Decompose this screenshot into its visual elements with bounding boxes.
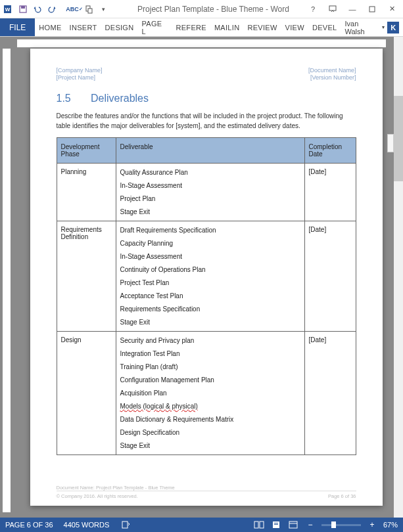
cell-deliverable: Security and Privacy planIntegration Tes… xyxy=(116,332,304,455)
svg-rect-13 xyxy=(274,524,278,525)
tab-references[interactable]: REFERE xyxy=(172,18,210,36)
header-project: [Project Name] xyxy=(57,74,96,81)
file-tab[interactable]: FILE xyxy=(0,18,35,36)
maximize-icon[interactable] xyxy=(364,3,381,16)
document-page[interactable]: [Company Name] [Document Name] [Project … xyxy=(30,49,383,506)
tab-page-layout[interactable]: PAGE L xyxy=(137,18,172,36)
zoom-slider-thumb[interactable] xyxy=(331,521,336,528)
section-description: Describe the features and/or the functio… xyxy=(57,111,356,131)
tab-view[interactable]: VIEW xyxy=(281,18,308,36)
tab-design[interactable]: DESIGN xyxy=(101,18,138,36)
svg-rect-10 xyxy=(260,521,264,528)
qat-dropdown-icon[interactable]: ▾ xyxy=(97,3,109,15)
deliverable-item: Continuity of Operations Plan xyxy=(120,265,300,274)
read-mode-icon[interactable] xyxy=(253,520,265,530)
section-heading: 1.5 Deliverables xyxy=(57,93,356,104)
table-row: Requirements DefinitionDraft Requirement… xyxy=(57,221,356,332)
svg-text:W: W xyxy=(5,7,11,12)
header-company: [Company Name] xyxy=(57,67,103,74)
user-name: Ivan Walsh xyxy=(344,20,379,35)
tab-home[interactable]: HOME xyxy=(35,18,65,36)
deliverable-item: Quality Assurance Plan xyxy=(120,168,300,177)
svg-rect-9 xyxy=(254,521,258,528)
deliverable-item: Training Plan (draft) xyxy=(120,363,300,371)
save-icon[interactable] xyxy=(17,3,29,15)
zoom-level[interactable]: 67% xyxy=(383,521,398,529)
footer-page: Page 6 of 36 xyxy=(328,493,356,499)
horizontal-ruler[interactable] xyxy=(17,39,386,47)
cell-phase: Planning xyxy=(57,164,116,221)
deliverable-item: Acceptance Test Plan xyxy=(120,292,300,300)
print-layout-icon[interactable] xyxy=(270,520,282,530)
cell-date: [Date] xyxy=(304,164,356,221)
zoom-out-icon[interactable]: − xyxy=(304,520,316,530)
deliverable-item: Stage Exit xyxy=(120,441,300,450)
table-row: DesignSecurity and Privacy planIntegrati… xyxy=(57,332,356,455)
cell-deliverable: Draft Requirements SpecificationCapacity… xyxy=(116,221,304,332)
footer-copyright: © Company 2016. All rights reserved. xyxy=(57,493,138,499)
cell-phase: Design xyxy=(57,332,116,455)
section-number: 1.5 xyxy=(57,93,88,104)
statusbar: PAGE 6 OF 36 4405 WORDS − + 67% xyxy=(0,518,403,532)
document-area: [Company Name] [Document Name] [Project … xyxy=(0,37,403,518)
deliverable-item: Security and Privacy plan xyxy=(120,336,300,345)
user-account[interactable]: Ivan Walsh ▾ K xyxy=(341,18,403,36)
deliverable-item: Stage Exit xyxy=(120,208,300,216)
deliverable-item: Integration Test Plan xyxy=(120,349,300,358)
th-phase: Development Phase xyxy=(57,138,116,164)
deliverable-item: Draft Requirements Specification xyxy=(120,226,300,234)
th-date: Completion Date xyxy=(304,138,356,164)
scroll-thumb[interactable] xyxy=(394,96,403,181)
deliverable-item: Models (logical & physical) xyxy=(120,402,300,410)
window-controls: ? — ✕ xyxy=(304,3,400,16)
zoom-slider[interactable] xyxy=(321,524,361,526)
titlebar: W ABC✓ ▾ Project Plan Template - Blue Th… xyxy=(0,0,403,18)
minimize-icon[interactable]: — xyxy=(344,3,361,16)
deliverable-item: In-Stage Assessment xyxy=(120,252,300,261)
deliverable-item: Requirements Specification xyxy=(120,305,300,313)
tab-insert[interactable]: INSERT xyxy=(66,18,101,36)
quick-access-toolbar: W ABC✓ ▾ xyxy=(3,3,109,15)
close-icon[interactable]: ✕ xyxy=(383,3,400,16)
svg-rect-8 xyxy=(122,521,128,528)
status-words[interactable]: 4405 WORDS xyxy=(64,521,110,529)
deliverable-item: Project Plan xyxy=(120,194,300,203)
cell-phase: Requirements Definition xyxy=(57,221,116,332)
deliverable-item: In-Stage Assessment xyxy=(120,181,300,190)
cell-date: [Date] xyxy=(304,221,356,332)
vertical-scrollbar[interactable] xyxy=(394,37,403,518)
header-docname: [Document Name] xyxy=(308,67,356,74)
deliverable-item: Acquisition Plan xyxy=(120,389,300,397)
deliverable-item: Stage Exit xyxy=(120,318,300,326)
side-pane-handle[interactable] xyxy=(387,134,394,152)
tab-mailings[interactable]: MAILIN xyxy=(210,18,243,36)
zoom-in-icon[interactable]: + xyxy=(366,520,378,530)
paste-special-icon[interactable] xyxy=(83,3,95,15)
ribbon-tabs: FILE HOME INSERT DESIGN PAGE L REFERE MA… xyxy=(0,18,403,37)
deliverable-item: Design Specification xyxy=(120,428,300,437)
status-page[interactable]: PAGE 6 OF 36 xyxy=(5,521,53,529)
window-title: Project Plan Template - Blue Theme - Wor… xyxy=(109,5,304,14)
deliverable-item: Capacity Planning xyxy=(120,239,300,248)
undo-icon[interactable] xyxy=(32,3,43,15)
help-icon[interactable]: ? xyxy=(304,3,321,16)
vertical-ruler[interactable] xyxy=(3,49,11,512)
deliverables-table: Development Phase Deliverable Completion… xyxy=(57,137,356,455)
section-title: Deliverables xyxy=(91,93,149,104)
spelling-icon[interactable]: ABC✓ xyxy=(68,3,80,15)
th-deliverable: Deliverable xyxy=(116,138,304,164)
svg-rect-5 xyxy=(88,9,92,13)
svg-rect-3 xyxy=(21,6,25,9)
tab-developer[interactable]: DEVEL xyxy=(308,18,341,36)
redo-icon[interactable] xyxy=(46,3,58,15)
user-avatar: K xyxy=(387,22,399,33)
ribbon-options-icon[interactable] xyxy=(324,3,341,16)
page-header: [Company Name] [Document Name] [Project … xyxy=(57,67,356,81)
cell-date: [Date] xyxy=(304,332,356,455)
web-layout-icon[interactable] xyxy=(287,520,299,530)
svg-rect-6 xyxy=(329,6,336,11)
proofing-icon[interactable] xyxy=(120,520,131,530)
tab-review[interactable]: REVIEW xyxy=(243,18,281,36)
header-version: [Version Number] xyxy=(310,74,356,81)
footer-docname: Document Name: Project Plan Template - B… xyxy=(57,485,356,491)
